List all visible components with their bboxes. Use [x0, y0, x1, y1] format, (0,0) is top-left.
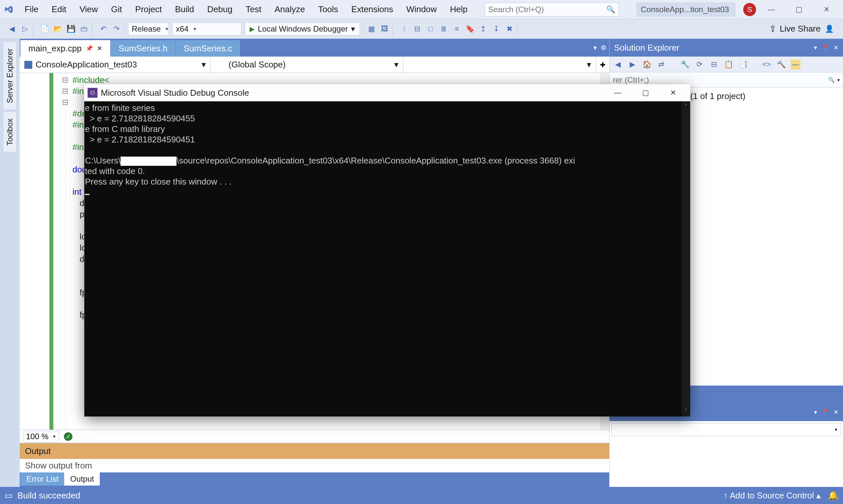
chevron-down-icon: ▾ [394, 59, 398, 70]
tool-icon[interactable]: 🖼 [379, 24, 390, 34]
nav-back-icon[interactable]: ◀ [6, 24, 17, 34]
global-search-input[interactable] [488, 5, 606, 14]
copy-icon[interactable]: 📑 [738, 59, 748, 69]
tool-icon[interactable]: ↥ [478, 24, 488, 34]
tool-icon[interactable]: □ [425, 24, 436, 34]
config-combo[interactable]: Release▼ [128, 22, 169, 36]
home-icon[interactable]: 🏠 [642, 59, 652, 69]
properties-icon[interactable]: — [791, 59, 801, 69]
menu-window[interactable]: Window [400, 2, 443, 16]
live-share-button[interactable]: ⇪ Live Share [769, 24, 821, 34]
server-explorer-tab[interactable]: Server Explorer [3, 41, 17, 110]
tool-icon[interactable]: ↧ [491, 24, 501, 34]
tool-icon[interactable]: ✖ [504, 24, 515, 34]
solution-explorer-header[interactable]: Solution Explorer ▾ 📍 ✕ [609, 39, 843, 57]
scroll-down-icon[interactable]: ˅ [685, 406, 687, 416]
scroll-up-icon[interactable]: ˄ [685, 101, 687, 112]
gear-icon[interactable]: ⚙ [601, 44, 606, 52]
menu-git[interactable]: Git [105, 2, 128, 16]
new-project-icon[interactable]: 📄 [39, 24, 50, 34]
console-output[interactable]: e from finite series > e = 2.71828182845… [84, 101, 690, 416]
menu-help[interactable]: Help [444, 2, 474, 16]
menu-project[interactable]: Project [130, 2, 168, 16]
start-debug-button[interactable]: ▶ Local Windows Debugger ▾ [245, 22, 360, 36]
close-button[interactable]: ✕ [813, 0, 840, 19]
minimize-button[interactable]: — [757, 0, 785, 19]
solution-search-input[interactable] [613, 75, 828, 85]
switch-view-icon[interactable]: ⇄ [656, 59, 666, 69]
tool-icon[interactable]: ≡ [451, 24, 462, 34]
console-maximize-button[interactable]: ▢ [632, 84, 659, 101]
menu-file[interactable]: File [19, 2, 45, 16]
doc-tab-sumseries-c[interactable]: SumSeries.c [176, 40, 240, 57]
no-issues-icon[interactable]: ✓ [64, 432, 72, 441]
save-all-icon[interactable]: 🗃 [79, 24, 89, 34]
console-minimize-button[interactable]: — [604, 84, 632, 101]
doc-tab-sumseries-h[interactable]: SumSeries.h [111, 40, 176, 57]
chevron-down-icon[interactable]: ▾ [814, 44, 817, 51]
open-file-icon[interactable]: 📂 [52, 24, 63, 34]
undo-icon[interactable]: ↶ [98, 24, 109, 34]
bookmark-icon[interactable]: 🔖 [465, 24, 475, 34]
chevron-down-icon[interactable]: ▾ [838, 77, 840, 83]
project-scope-combo[interactable]: ConsoleApplication_test03 ▾ [20, 57, 211, 73]
collapse-icon[interactable]: ⊟ [709, 59, 719, 69]
user-avatar[interactable]: S [743, 3, 756, 16]
chevron-down-icon[interactable]: ▾ [814, 409, 817, 416]
global-search[interactable]: 🔍 [485, 3, 619, 16]
fold-column[interactable]: ⊟⊟⊟ [62, 73, 69, 108]
tool-icon[interactable]: ▦ [366, 24, 377, 34]
nav-fwd-icon[interactable]: ▷ [20, 24, 30, 34]
console-title-bar[interactable]: C\ Microsoft Visual Studio Debug Console… [84, 84, 690, 101]
console-close-button[interactable]: ✕ [659, 84, 687, 101]
menu-extensions[interactable]: Extensions [345, 2, 399, 16]
debug-target-label: Local Windows Debugger [258, 24, 348, 34]
save-icon[interactable]: 💾 [66, 24, 76, 34]
code-icon[interactable]: <> [762, 59, 772, 69]
tab-output[interactable]: Output [64, 472, 100, 486]
scope-combo[interactable]: (Global Scope) ▾ [211, 57, 403, 73]
tool-icon[interactable]: ⊟ [412, 24, 423, 34]
back-icon[interactable]: ◀ [613, 59, 623, 69]
menu-build[interactable]: Build [169, 2, 200, 16]
platform-combo[interactable]: x64▼ [172, 22, 241, 36]
pin-icon[interactable]: 📌 [86, 45, 93, 52]
add-source-control-button[interactable]: ↑ Add to Source Control ▴ [723, 490, 821, 501]
menu-view[interactable]: View [73, 2, 104, 16]
notifications-icon[interactable]: 🔔 [828, 490, 838, 501]
feedback-icon[interactable]: 👤 [824, 24, 835, 34]
properties-combo[interactable]: ▼ [612, 423, 841, 436]
menu-tools[interactable]: Tools [312, 2, 344, 16]
pin-icon[interactable]: 📍 [822, 409, 829, 416]
menu-edit[interactable]: Edit [46, 2, 72, 16]
console-scrollbar[interactable]: ˄ ˅ [682, 101, 690, 416]
split-icon[interactable]: ✚ [596, 57, 609, 73]
status-icon: ▭ [5, 490, 13, 501]
close-icon[interactable]: ✕ [97, 44, 102, 52]
tab-error-list[interactable]: Error List [20, 472, 64, 486]
refresh-icon[interactable]: ⟳ [694, 59, 704, 69]
menu-debug[interactable]: Debug [201, 2, 238, 16]
change-margin [49, 73, 53, 430]
chevron-down-icon[interactable]: ▾ [593, 44, 597, 52]
tool-icon[interactable]: ⁝ [399, 24, 409, 34]
solution-title-badge[interactable]: ConsoleApp...tion_test03 [637, 3, 736, 16]
close-icon[interactable]: ✕ [833, 44, 838, 51]
tool-icon[interactable]: ≣ [438, 24, 449, 34]
wrench-icon[interactable]: 🔨 [776, 59, 786, 69]
close-icon[interactable]: ✕ [833, 409, 838, 416]
maximize-button[interactable]: ▢ [785, 0, 813, 19]
toolbox-tab[interactable]: Toolbox [3, 111, 17, 152]
filter-icon[interactable]: 🔧 [680, 59, 690, 69]
menu-test[interactable]: Test [240, 2, 268, 16]
member-combo[interactable]: ▾ [403, 57, 596, 73]
doc-tab-main-exp[interactable]: main_exp.cpp 📌 ✕ [20, 40, 111, 57]
output-panel-header[interactable]: Output [20, 443, 609, 459]
redo-icon[interactable]: ↷ [111, 24, 122, 34]
doc-tab-label: main_exp.cpp [28, 43, 82, 54]
show-all-icon[interactable]: 📋 [723, 59, 733, 69]
menu-analyze[interactable]: Analyze [269, 2, 311, 16]
pin-icon[interactable]: 📍 [822, 44, 829, 51]
fwd-icon[interactable]: ▶ [627, 59, 637, 69]
zoom-combo[interactable]: 100 % ▼ [23, 431, 59, 442]
